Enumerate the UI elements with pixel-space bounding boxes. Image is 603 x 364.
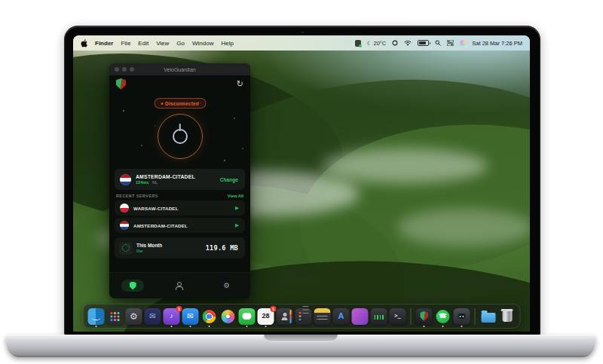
refresh-icon[interactable]: ↻ xyxy=(237,78,243,90)
dock-icon-mail[interactable]: ✉ xyxy=(182,308,199,325)
photos-icon xyxy=(222,310,235,323)
recent-servers-heading: RECENT SERVERS xyxy=(116,194,158,198)
person-icon xyxy=(176,282,183,290)
change-server-button[interactable]: Change xyxy=(220,177,238,182)
zoom-button[interactable] xyxy=(130,67,134,72)
temperature-label: 20°C xyxy=(374,40,387,47)
menu-window[interactable]: Window xyxy=(192,40,213,47)
veloguardian-icon xyxy=(420,311,428,321)
battery-icon[interactable] xyxy=(418,40,429,46)
usage-value: 119.6 MB xyxy=(206,244,238,252)
dock-icon-photos[interactable] xyxy=(220,308,237,325)
shortcuts-icon[interactable] xyxy=(392,40,398,46)
dock-icon-launchpad[interactable] xyxy=(107,308,124,325)
active-app-name[interactable]: Finder xyxy=(95,40,113,47)
dock-icon-appstore[interactable]: A xyxy=(333,308,350,325)
dock-icon-whatsapp[interactable]: ☎ xyxy=(435,308,451,325)
notification-badge: 1 xyxy=(176,306,182,312)
usage-month-label: Mar xyxy=(136,249,206,253)
running-indicator xyxy=(171,326,173,327)
dock-icon-calendar[interactable]: 281 xyxy=(258,308,274,325)
tab-account[interactable] xyxy=(168,280,191,292)
terminal-icon: >_ xyxy=(394,314,400,319)
app-shield-logo xyxy=(116,78,126,90)
dock: ⚙✉♪1✉281A>_☎ xyxy=(83,304,521,329)
window-titlebar[interactable]: VeloGuardian xyxy=(109,63,250,76)
dock-icon-notes[interactable] xyxy=(314,308,331,325)
gear-icon: ⚙ xyxy=(224,282,231,289)
running-indicator xyxy=(96,326,97,327)
server-name: AMSTERDAM-CITADEL xyxy=(136,174,220,179)
server-ping: 124ms xyxy=(136,180,148,185)
calendar-icon: 28 xyxy=(262,313,269,320)
netherlands-flag-icon xyxy=(120,174,131,185)
vpn-status-menu-icon[interactable] xyxy=(355,40,361,47)
usage-ring-icon xyxy=(119,242,132,255)
notification-badge: 1 xyxy=(271,306,277,312)
recent-server-row[interactable]: WARSAW-CITADEL ▶ xyxy=(115,200,245,216)
laptop-thumb-notch xyxy=(264,335,338,342)
podcasts-icon: ♪ xyxy=(170,313,173,320)
dock-icon-settings[interactable]: ⚙ xyxy=(126,308,142,325)
dock-icon-messages[interactable] xyxy=(239,308,256,325)
dock-icon-activity-monitor[interactable] xyxy=(371,308,387,325)
dock-icon-trash[interactable] xyxy=(499,308,516,325)
menu-edit[interactable]: Edit xyxy=(138,40,148,47)
dock-icon-downloads[interactable] xyxy=(480,308,497,325)
power-icon xyxy=(173,129,188,144)
apple-menu-icon[interactable] xyxy=(81,39,87,47)
dock-icon-terminal[interactable]: >_ xyxy=(390,308,406,325)
running-indicator xyxy=(209,326,210,327)
dock-icon-reminders[interactable] xyxy=(295,308,312,325)
tab-settings[interactable]: ⚙ xyxy=(216,280,238,292)
messages-icon xyxy=(243,313,252,320)
search-icon[interactable] xyxy=(435,40,441,46)
status-label: Disconnected xyxy=(165,101,199,106)
webcam xyxy=(301,30,305,34)
status-dot-icon xyxy=(161,102,163,105)
dock-icon-contacts[interactable] xyxy=(277,308,293,325)
menu-go[interactable]: Go xyxy=(176,40,185,47)
laptop-base xyxy=(6,335,595,357)
usage-period-label: This Month xyxy=(136,243,206,248)
recent-server-name: AMSTERDAM-CITADEL xyxy=(133,223,235,228)
activity-monitor-icon xyxy=(374,314,384,320)
chrome-icon xyxy=(203,310,216,323)
data-usage-card[interactable]: This Month Mar 119.6 MB xyxy=(115,237,245,258)
recent-server-name: WARSAW-CITADEL xyxy=(133,206,235,211)
shield-icon xyxy=(130,282,136,290)
dock-icon-veloguardian[interactable] xyxy=(416,308,433,325)
connect-icon[interactable]: ▶ xyxy=(235,205,239,211)
connect-power-button[interactable] xyxy=(158,114,203,159)
menu-view[interactable]: View xyxy=(156,40,169,47)
laptop-mockup: Finder File Edit View Go Window Help ☾ 2… xyxy=(0,0,603,364)
settings-icon: ⚙ xyxy=(130,312,138,321)
view-all-link[interactable]: View All xyxy=(228,194,243,198)
dock-separator xyxy=(475,308,476,325)
selected-server-card[interactable]: AMSTERDAM-CITADEL 124ms NL Change xyxy=(115,169,245,190)
dock-icon-chrome[interactable] xyxy=(201,308,218,325)
dock-icon-robot-app[interactable] xyxy=(454,308,470,325)
control-center-icon[interactable] xyxy=(447,40,454,46)
dock-icon-purple-app[interactable] xyxy=(352,308,369,325)
trash-icon xyxy=(502,310,512,322)
recent-server-row[interactable]: AMSTERDAM-CITADEL ▶ xyxy=(115,218,245,233)
menu-file[interactable]: File xyxy=(121,40,130,47)
wifi-icon[interactable] xyxy=(404,40,412,46)
weather-status[interactable]: ☾ 20°C xyxy=(367,40,387,47)
macos-screen: Finder File Edit View Go Window Help ☾ 2… xyxy=(73,35,530,332)
menu-help[interactable]: Help xyxy=(221,40,233,47)
dock-icon-finder[interactable] xyxy=(88,308,105,325)
connect-icon[interactable]: ▶ xyxy=(235,222,239,228)
minimize-button[interactable] xyxy=(122,67,127,72)
menu-bar: Finder File Edit View Go Window Help ☾ 2… xyxy=(73,35,530,50)
dock-icon-mail-dark[interactable]: ✉ xyxy=(145,308,161,325)
server-country: NL xyxy=(152,180,158,185)
appstore-icon: A xyxy=(338,312,344,320)
close-button[interactable] xyxy=(115,67,119,72)
photos-menu-icon[interactable] xyxy=(460,40,466,46)
running-indicator xyxy=(246,326,248,327)
dock-icon-podcasts[interactable]: ♪1 xyxy=(164,308,180,325)
tab-vpn-shield[interactable] xyxy=(121,280,144,292)
menu-clock[interactable]: Sat 28 Mar 7:26 PM xyxy=(472,40,522,47)
